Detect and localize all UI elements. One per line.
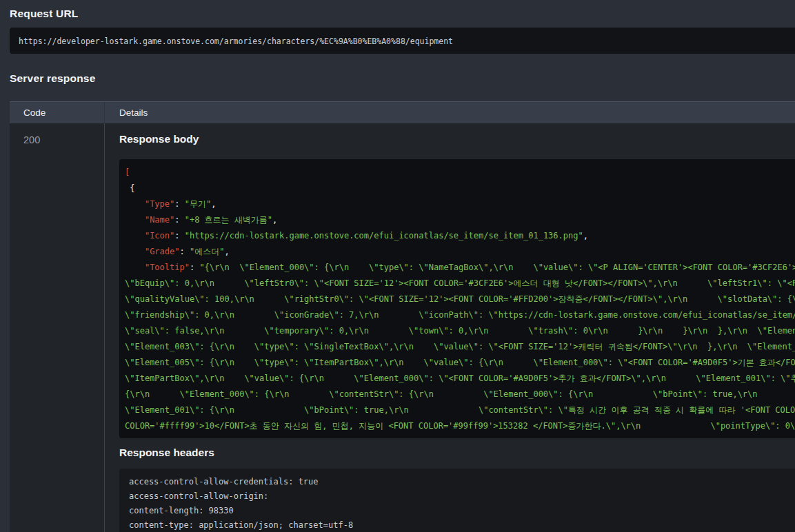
request-url-value: https://developer-lostark.game.onstove.c…: [19, 37, 453, 46]
code-line: \"Element_005\": {\r\n \"type\": \"ItemP…: [125, 355, 795, 371]
response-header-line: access-control-allow-credentials: true: [129, 475, 795, 489]
code-line: \"bEquip\": 0,\r\n \"leftStr0\": \"<FONT…: [125, 276, 795, 291]
response-headers-heading: Response headers: [119, 447, 795, 459]
response-header-line: access-control-allow-origin:: [129, 489, 795, 504]
code-line: "Grade": "에스더",: [125, 244, 795, 260]
code-line: "Tooltip": "{\r\n \"Element_000\": {\r\n…: [125, 260, 795, 276]
response-header-line: content-length: 98330: [129, 504, 795, 518]
responses-table-header-row: Code Details: [10, 101, 795, 123]
code-line: "Name": "+8 흐르는 새벽가름",: [125, 212, 795, 228]
code-line: \"friendship\": 0,\r\n \"iconGrade\": 7,…: [125, 307, 795, 323]
response-headers-code: access-control-allow-credentials: trueac…: [119, 469, 795, 532]
response-body-heading: Response body: [119, 133, 795, 145]
request-url-heading: Request URL: [10, 8, 795, 20]
code-line: \"qualityValue\": 100,\r\n \"rightStr0\"…: [125, 291, 795, 307]
details-column-header: Details: [105, 108, 148, 118]
code-line: "Icon": "https://cdn-lostark.game.onstov…: [125, 228, 795, 244]
status-code: 200: [10, 123, 105, 532]
code-line: [: [125, 165, 795, 181]
code-line: \"Element_003\": {\r\n \"type\": \"Singl…: [125, 339, 795, 355]
code-line: "Type": "무기",: [125, 196, 795, 212]
code-line: \"seal\": false,\r\n \"temporary\": 0,\r…: [125, 323, 795, 339]
code-line: {\r\n \"Element_000\": {\r\n \"contentSt…: [125, 387, 795, 402]
swagger-response-page: Request URL https://developer-lostark.ga…: [0, 0, 795, 532]
code-column-header: Code: [10, 102, 105, 123]
code-line: \"ItemPartBox\",\r\n \"value\": {\r\n \"…: [125, 371, 795, 387]
request-url-bar: https://developer-lostark.game.onstove.c…: [10, 28, 795, 54]
response-header-line: content-type: application/json; charset=…: [129, 518, 795, 532]
code-line: COLOR='#ffff99'>10</FONT>초 동안 자신의 힘, 민첩,…: [125, 418, 795, 434]
response-body-code: [ { "Type": "무기", "Name": "+8 흐르는 새벽가름",…: [119, 159, 795, 438]
code-line: {: [125, 181, 795, 196]
response-row: 200 Response body [ { "Type": "무기", "Nam…: [10, 123, 795, 532]
response-details-cell: Response body [ { "Type": "무기", "Name": …: [105, 123, 795, 532]
code-line: \"Element_001\": {\r\n \"bPoint\": true,…: [125, 402, 795, 418]
responses-table: Code Details 200 Response body [ { "Type…: [10, 101, 795, 532]
server-response-heading: Server response: [10, 72, 795, 85]
